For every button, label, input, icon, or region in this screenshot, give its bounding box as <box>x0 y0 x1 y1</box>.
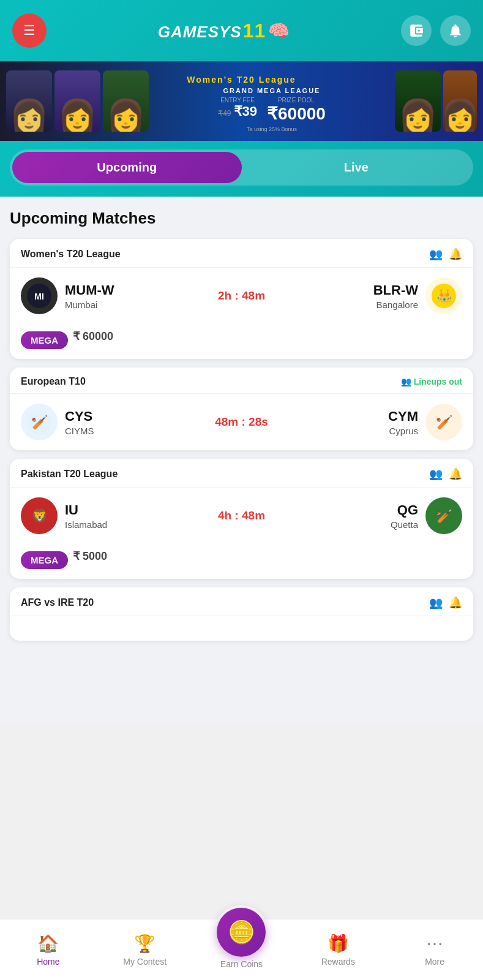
banner-note: Ta using 25% Bonus <box>152 126 392 132</box>
match-card-1[interactable]: European T10 👥 Lineups out 🏏 CYS CIYMS <box>10 368 473 450</box>
earn-coins-circle: 🪙 <box>217 908 266 957</box>
menu-button[interactable]: ☰ <box>12 13 47 48</box>
upcoming-tab[interactable]: Upcoming <box>12 152 242 183</box>
logo-text: GAMESYS11 <box>158 20 266 42</box>
svg-text:👑: 👑 <box>436 288 453 304</box>
league-name-2: Pakistan T20 League <box>21 469 118 480</box>
entry-fee-label: ENTRY FEE <box>218 97 257 104</box>
team1-city-1: CIYMS <box>65 426 94 436</box>
add-icon-2: 🔔 <box>449 467 462 481</box>
match-timer-2: 4h : 48m <box>212 509 271 522</box>
more-icon: ⋯ <box>426 933 443 954</box>
promo-banner[interactable]: 👩 👩 👩 Women's T20 League GRAND MEGA LEAG… <box>0 61 483 141</box>
banner-league-title: Women's T20 League <box>187 75 296 85</box>
nav-earn-coins[interactable]: 🪙 Earn Coins <box>193 908 290 974</box>
team1-city-2: Islamabad <box>65 519 107 530</box>
main-content: Upcoming Matches Women's T20 League 👥 🔔 … <box>0 197 483 723</box>
team-logo-qg: 🏏 <box>425 497 462 534</box>
nav-more[interactable]: ⋯ More <box>386 927 483 973</box>
match-card-0[interactable]: Women's T20 League 👥 🔔 MI MUM-W Mumbai 2… <box>10 239 473 359</box>
team1-code-2: IU <box>65 502 107 518</box>
match-icons-0: 👥 🔔 <box>429 247 462 261</box>
player-avatar-1: 👩 <box>6 70 52 132</box>
wallet-icon <box>408 23 424 39</box>
my-contest-label: My Contest <box>123 957 167 967</box>
rewards-label: Rewards <box>321 957 355 967</box>
live-tab[interactable]: Live <box>242 152 471 183</box>
team-left-1: 🏏 CYS CIYMS <box>21 404 209 440</box>
add-icon-3: 🔔 <box>449 596 462 609</box>
add-icon-0: 🔔 <box>449 247 462 261</box>
team1-code-0: MUM-W <box>65 282 114 298</box>
prize-pool-label: PRIZE POOL <box>267 97 326 104</box>
player-avatar-4: 👩 <box>395 70 441 132</box>
banner-players-right: 👩 👩 <box>395 70 477 132</box>
prize-pool-value: ₹60000 <box>267 104 326 124</box>
team2-code-2: QG <box>391 502 418 518</box>
match-timer-1: 48m : 28s <box>209 415 274 429</box>
svg-text:🏏: 🏏 <box>31 414 48 431</box>
coins-icon: 🪙 <box>228 919 255 945</box>
match-icons-3: 👥 🔔 <box>429 596 462 609</box>
entry-fee-new: ₹39 <box>234 104 257 119</box>
nav-my-contest[interactable]: 🏆 My Contest <box>97 927 193 973</box>
team-left-0: MI MUM-W Mumbai <box>21 277 212 314</box>
league-name-0: Women's T20 League <box>21 249 121 260</box>
home-icon: 🏠 <box>37 933 59 954</box>
mega-badge-2: MEGA <box>21 551 68 569</box>
team-right-1: CYM Cyprus 🏏 <box>274 404 462 440</box>
trophy-icon: 🏆 <box>134 933 155 954</box>
team-logo-blr: 👑 <box>425 277 462 314</box>
team2-code-0: BLR-W <box>373 282 418 298</box>
people-icon-3: 👥 <box>429 596 443 609</box>
match-card-3[interactable]: AFG vs IRE T20 👥 🔔 <box>10 587 473 641</box>
bottom-navigation: 🏠 Home 🏆 My Contest 🪙 Earn Coins 🎁 Rewar… <box>0 919 483 980</box>
svg-text:🦁: 🦁 <box>31 508 48 524</box>
team-logo-cym: 🏏 <box>425 404 462 440</box>
banner-players-left: 👩 👩 👩 <box>6 70 149 132</box>
svg-text:🏏: 🏏 <box>436 508 453 524</box>
brain-icon: 🧠 <box>268 21 290 41</box>
team1-city-0: Mumbai <box>65 300 114 310</box>
league-name-1: European T10 <box>21 376 86 387</box>
people-icon-2: 👥 <box>429 467 443 481</box>
svg-text:🏏: 🏏 <box>436 414 453 431</box>
player-avatar-2: 👩 <box>54 70 100 132</box>
header-actions <box>401 15 471 46</box>
nav-rewards[interactable]: 🎁 Rewards <box>290 927 386 973</box>
lineups-people-icon: 👥 <box>401 377 411 386</box>
player-avatar-5: 👩 <box>443 70 477 132</box>
team-logo-mum: MI <box>21 277 58 314</box>
bell-icon <box>447 23 463 39</box>
wallet-button[interactable] <box>401 15 432 46</box>
match-icons-1: 👥 Lineups out <box>401 377 462 386</box>
banner-info: Women's T20 League GRAND MEGA LEAGUE ENT… <box>149 70 395 132</box>
lineups-out-badge: 👥 Lineups out <box>401 377 462 386</box>
more-label: More <box>425 957 444 967</box>
people-icon-0: 👥 <box>429 247 443 261</box>
section-title: Upcoming Matches <box>10 209 473 228</box>
prize-amount-2: ₹ 5000 <box>73 549 107 563</box>
team1-code-1: CYS <box>65 409 94 424</box>
team-right-2: QG Quetta 🏏 <box>271 497 462 534</box>
team-right-0: BLR-W Bangalore 👑 <box>271 277 462 314</box>
team2-city-2: Quetta <box>391 519 418 530</box>
rewards-icon: 🎁 <box>328 933 349 954</box>
team-logo-iu: 🦁 <box>21 497 58 534</box>
notification-button[interactable] <box>440 15 471 46</box>
nav-home[interactable]: 🏠 Home <box>0 927 97 973</box>
home-label: Home <box>37 957 59 967</box>
team-logo-cys: 🏏 <box>21 404 58 440</box>
prize-amount-0: ₹ 60000 <box>73 330 113 343</box>
match-card-2[interactable]: Pakistan T20 League 👥 🔔 🦁 IU Islamabad 4… <box>10 459 473 579</box>
team2-code-1: CYM <box>388 409 418 424</box>
match-icons-2: 👥 🔔 <box>429 467 462 481</box>
team-left-2: 🦁 IU Islamabad <box>21 497 212 534</box>
team2-city-0: Bangalore <box>373 300 418 310</box>
svg-text:MI: MI <box>34 292 44 301</box>
league-name-3: AFG vs IRE T20 <box>21 597 94 608</box>
entry-fee-old: ₹49 <box>218 109 231 118</box>
banner-type: GRAND MEGA LEAGUE <box>152 87 392 94</box>
hamburger-icon: ☰ <box>23 24 36 37</box>
earn-coins-label: Earn Coins <box>220 959 263 969</box>
